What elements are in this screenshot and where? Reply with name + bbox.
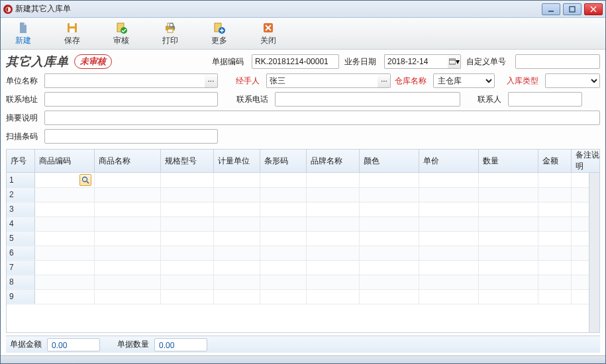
cell[interactable]	[538, 216, 571, 231]
cell[interactable]	[359, 275, 419, 289]
cell[interactable]	[213, 246, 260, 260]
table-row[interactable]: 2	[7, 187, 589, 202]
cell[interactable]	[359, 231, 419, 246]
minimize-button[interactable]	[542, 3, 560, 15]
cell[interactable]	[538, 231, 571, 246]
cell[interactable]	[478, 173, 538, 187]
cell[interactable]	[538, 246, 571, 260]
col-unit[interactable]: 计量单位	[213, 150, 260, 173]
cell[interactable]	[160, 187, 213, 202]
cell[interactable]	[359, 187, 419, 202]
cell[interactable]	[419, 202, 478, 216]
cell[interactable]	[478, 216, 538, 231]
cell[interactable]	[260, 260, 306, 275]
col-barcode[interactable]: 条形码	[260, 150, 306, 173]
cell[interactable]	[359, 202, 419, 216]
cell[interactable]	[571, 275, 589, 289]
cell[interactable]	[94, 246, 160, 260]
cell[interactable]	[260, 173, 306, 187]
cell[interactable]	[359, 260, 419, 275]
table-row[interactable]: 8	[7, 275, 589, 289]
cell[interactable]	[94, 173, 160, 187]
cell[interactable]	[419, 216, 478, 231]
cell[interactable]	[538, 187, 571, 202]
handler-field[interactable]	[266, 73, 378, 88]
cell[interactable]	[34, 246, 94, 260]
cell[interactable]	[571, 289, 589, 304]
cell[interactable]	[260, 246, 306, 260]
new-button[interactable]: 新建	[5, 20, 42, 48]
cell[interactable]	[306, 216, 359, 231]
cell[interactable]	[34, 260, 94, 275]
cell[interactable]	[538, 173, 571, 187]
phone-field[interactable]	[275, 92, 460, 107]
table-row[interactable]: 3	[7, 202, 589, 216]
cell[interactable]	[306, 275, 359, 289]
unit-name-picker[interactable]: ···	[44, 73, 218, 88]
cell[interactable]	[571, 202, 589, 216]
cell[interactable]	[419, 173, 478, 187]
in-type-select[interactable]	[545, 73, 600, 88]
cell[interactable]	[160, 202, 213, 216]
cell[interactable]	[94, 216, 160, 231]
addr-field[interactable]	[44, 92, 218, 107]
col-product-name[interactable]: 商品名称	[94, 150, 160, 173]
custom-no-field[interactable]	[515, 54, 600, 69]
col-spec[interactable]: 规格型号	[160, 150, 213, 173]
cell[interactable]	[94, 260, 160, 275]
cell[interactable]	[213, 173, 260, 187]
cell[interactable]	[478, 260, 538, 275]
cell[interactable]	[213, 231, 260, 246]
calendar-icon[interactable]: ▾	[448, 54, 461, 69]
col-remark[interactable]: 备注说明	[571, 150, 600, 173]
cell[interactable]	[419, 275, 478, 289]
biz-date-picker[interactable]: ▾	[384, 54, 461, 69]
cell[interactable]	[160, 275, 213, 289]
cell[interactable]	[571, 231, 589, 246]
cell[interactable]	[160, 231, 213, 246]
warehouse-select[interactable]: 主仓库	[433, 73, 495, 88]
more-button[interactable]: 更多	[201, 20, 238, 48]
cell[interactable]	[213, 260, 260, 275]
cell[interactable]	[34, 275, 94, 289]
cell[interactable]	[34, 231, 94, 246]
handler-picker[interactable]: ···	[266, 73, 391, 88]
maximize-button[interactable]	[563, 3, 581, 15]
cell[interactable]	[260, 275, 306, 289]
col-amount[interactable]: 金额	[538, 150, 571, 173]
biz-date-field[interactable]	[384, 54, 448, 69]
summary-field[interactable]	[44, 111, 600, 125]
cell[interactable]	[260, 216, 306, 231]
lookup-icon[interactable]	[79, 174, 91, 186]
cell[interactable]	[359, 246, 419, 260]
cell[interactable]	[306, 246, 359, 260]
table-row[interactable]: 6	[7, 246, 589, 260]
cell[interactable]	[306, 260, 359, 275]
cell[interactable]	[94, 289, 160, 304]
cell[interactable]	[419, 246, 478, 260]
cell[interactable]	[538, 289, 571, 304]
cell[interactable]	[478, 202, 538, 216]
cell[interactable]	[419, 231, 478, 246]
grid-body[interactable]: 123456789	[7, 173, 589, 304]
col-qty[interactable]: 数量	[478, 150, 538, 173]
col-rownum[interactable]: 序号	[7, 150, 34, 173]
cell[interactable]	[160, 216, 213, 231]
col-color[interactable]: 颜色	[359, 150, 419, 173]
cell[interactable]	[213, 275, 260, 289]
table-row[interactable]: 1	[7, 173, 589, 187]
cell[interactable]	[306, 187, 359, 202]
cell[interactable]	[34, 202, 94, 216]
cell[interactable]	[478, 275, 538, 289]
cell[interactable]	[160, 246, 213, 260]
cell[interactable]	[478, 231, 538, 246]
cell[interactable]	[34, 289, 94, 304]
col-product-code[interactable]: 商品编码	[34, 150, 94, 173]
cell[interactable]	[260, 289, 306, 304]
table-row[interactable]: 7	[7, 260, 589, 275]
close-button[interactable]: 关闭	[250, 20, 287, 48]
cell[interactable]	[213, 202, 260, 216]
cell[interactable]	[34, 173, 94, 187]
doc-no-field[interactable]	[252, 54, 339, 69]
col-brand[interactable]: 品牌名称	[306, 150, 359, 173]
